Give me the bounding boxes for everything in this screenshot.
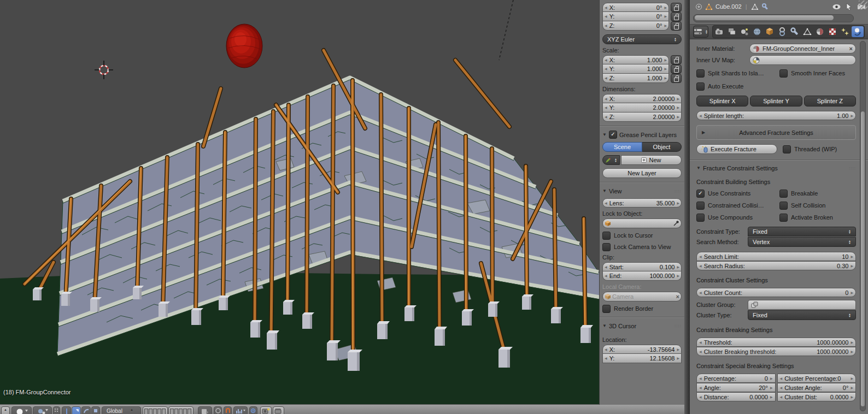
search-method-dropdown[interactable]: Vertex▲▼ xyxy=(748,237,856,247)
grease-pencil-panel-header[interactable]: ▼ ✓ Grease Pencil Layers xyxy=(602,131,682,139)
splinter-y-button[interactable]: Splinter Y xyxy=(750,96,802,107)
3d-viewport-editor[interactable]: (18) FM-GroupConnector ▲ xyxy=(0,0,690,414)
outliner-hscrollbar[interactable] xyxy=(693,14,854,22)
threaded-checkbox[interactable] xyxy=(783,145,791,153)
constrained-collision-checkbox[interactable] xyxy=(696,202,705,210)
render-border-checkbox[interactable] xyxy=(602,305,611,313)
selectable-cursor-icon[interactable] xyxy=(846,3,852,10)
scale-x-field[interactable]: ◀X:1.000▶ xyxy=(602,55,669,64)
lock-to-cursor-row[interactable]: Lock to Cursor xyxy=(602,231,682,240)
lock-icon[interactable] xyxy=(671,74,682,83)
threshold-slider[interactable]: ◀Threshold:1000.00000▶ xyxy=(696,338,856,347)
clip-start-field[interactable]: ◀Start:0.100▶ xyxy=(602,262,682,271)
fracture-constraint-panel-header[interactable]: ▼Fracture Constraint Settings:::: xyxy=(696,164,856,172)
execute-fracture-button[interactable]: Execute Fracture xyxy=(696,144,777,154)
constraint-type-dropdown[interactable]: Fixed▲▼ xyxy=(748,227,856,236)
tab-data[interactable] xyxy=(801,26,813,37)
scale-y-field[interactable]: ◀Y:1.000▶ xyxy=(602,64,669,74)
tab-constraints[interactable] xyxy=(776,26,788,37)
editor-divider[interactable] xyxy=(684,0,690,414)
distance-slider[interactable]: ◀Distance:0.0000▶ xyxy=(696,392,776,401)
angle-slider[interactable]: ◀Angle:20°▶ xyxy=(696,383,776,392)
manipulator-scale-icon[interactable] xyxy=(91,406,100,414)
manipulator-active-icon[interactable] xyxy=(72,406,81,414)
properties-editor-type-button[interactable]: ▲▼ xyxy=(693,26,708,38)
percentage-slider[interactable]: ◀Percentage:0▶ xyxy=(696,374,776,383)
dimensions-x-field[interactable]: ◀X:2.00000▶ xyxy=(602,94,682,103)
use-constraints-checkbox[interactable]: ✓ xyxy=(696,190,705,198)
cluster-percentage-slider[interactable]: ◀Cluster Percentage:0▶ xyxy=(777,374,857,383)
render-histogram-icon[interactable] xyxy=(233,406,248,414)
use-compounds-row[interactable]: Use Compounds xyxy=(696,213,778,222)
auto-execute-checkbox[interactable] xyxy=(696,82,705,91)
tab-scene[interactable] xyxy=(738,26,750,37)
expand-icon[interactable] xyxy=(695,3,702,10)
tab-texture[interactable] xyxy=(826,26,838,37)
self-collision-row[interactable]: Self Collision xyxy=(779,201,856,210)
snap-magnet-icon[interactable] xyxy=(224,406,232,414)
viewport-shading-button[interactable] xyxy=(11,406,32,414)
activate-broken-row[interactable]: Activate Broken xyxy=(779,213,856,222)
inner-material-field[interactable]: FM-GroupConnector_Inner × xyxy=(749,44,856,54)
visibility-eye-icon[interactable] xyxy=(832,4,841,10)
smooth-inner-row[interactable]: Smooth Inner Faces xyxy=(779,69,856,78)
use-constraints-row[interactable]: ✓Use Constraints xyxy=(696,189,778,198)
grease-pencil-checkbox[interactable]: ✓ xyxy=(609,131,617,139)
snap-grid-icon[interactable] xyxy=(53,406,60,414)
splinter-length-slider[interactable]: ◀Splinter length:1.00▶ xyxy=(696,111,856,120)
lock-to-scene-button[interactable] xyxy=(198,406,212,414)
breakable-checkbox[interactable] xyxy=(779,190,788,198)
lens-field[interactable]: ◀Lens:35.000▶ xyxy=(602,198,682,208)
tab-render[interactable] xyxy=(713,26,725,37)
advanced-fracture-settings[interactable]: ▶Advanced Fracture Settings xyxy=(696,125,856,140)
tab-object[interactable]: Object xyxy=(642,142,682,152)
cluster-dist-slider[interactable]: ◀Cluster Dist:0.0000▶ xyxy=(777,392,857,401)
cluster-count-slider[interactable]: ◀Cluster Count:0▶ xyxy=(696,288,856,297)
outliner-row[interactable]: Cube.002 | xyxy=(690,0,868,12)
cluster-group-field[interactable] xyxy=(748,300,856,310)
cluster-breaking-threshold-slider[interactable]: ◀Cluster Breaking threshold:1000.00000▶ xyxy=(696,347,856,356)
grease-pencil-brush-button[interactable]: ▲▼ xyxy=(602,155,620,165)
outliner-item-name[interactable]: Cube.002 xyxy=(715,3,742,10)
manipulator-rotate-icon[interactable] xyxy=(81,406,91,414)
tab-object[interactable] xyxy=(764,26,776,37)
lock-camera-to-view-row[interactable]: Lock Camera to View xyxy=(602,243,682,251)
auto-execute-row[interactable]: Auto Execute xyxy=(696,82,856,91)
split-shards-row[interactable]: Split Shards to Isla… xyxy=(696,69,778,78)
dimensions-y-field[interactable]: ◀Y:2.00000▶ xyxy=(602,103,682,113)
search-limit-slider[interactable]: ◀Search Limit:10▶ xyxy=(696,252,856,261)
tab-world[interactable] xyxy=(751,26,763,37)
lock-to-object-field[interactable] xyxy=(602,218,682,228)
clear-icon[interactable]: × xyxy=(849,45,853,52)
use-compounds-checkbox[interactable] xyxy=(696,214,705,222)
cluster-type-dropdown[interactable]: Fixed▲▼ xyxy=(748,310,856,320)
tab-physics[interactable] xyxy=(852,26,864,37)
zoom-camera-icon[interactable] xyxy=(249,406,257,414)
render-border-row[interactable]: Render Border xyxy=(602,304,682,313)
split-shards-checkbox[interactable] xyxy=(696,69,705,78)
lock-icon[interactable] xyxy=(671,12,682,21)
view-panel-header[interactable]: ▼View:::: xyxy=(602,187,682,195)
3d-scene-canvas[interactable] xyxy=(0,0,690,405)
pivot-point-button[interactable] xyxy=(33,406,52,414)
breakable-row[interactable]: Breakable xyxy=(779,189,856,198)
cursor-x-field[interactable]: ◀X:-13.75664▶ xyxy=(602,345,682,354)
render-animation-button[interactable] xyxy=(273,406,284,414)
lock-icon[interactable] xyxy=(671,21,682,31)
grease-pencil-new-button[interactable]: New xyxy=(621,155,682,165)
rotation-z-field[interactable]: ◀Z:0°▶ xyxy=(602,21,669,31)
self-collision-checkbox[interactable] xyxy=(779,202,788,210)
clear-icon[interactable]: × xyxy=(676,293,679,300)
editor-type-button[interactable]: ▲ xyxy=(1,406,10,414)
tab-particles[interactable] xyxy=(839,26,851,37)
cluster-angle-slider[interactable]: ◀Cluster Angle:0°▶ xyxy=(777,383,857,392)
rotation-y-field[interactable]: ◀Y:0°▶ xyxy=(602,12,669,21)
layer-buttons-group-1[interactable] xyxy=(143,406,168,414)
tab-scene[interactable]: Scene xyxy=(602,142,642,152)
lock-camera-checkbox[interactable] xyxy=(602,243,611,251)
cursor3d-panel-header[interactable]: ▼3D Cursor:::: xyxy=(602,322,682,330)
smooth-inner-checkbox[interactable] xyxy=(779,69,788,78)
scale-z-field[interactable]: ◀Z:1.000▶ xyxy=(602,74,669,83)
properties-vscrollbar[interactable] xyxy=(860,41,866,411)
rotation-mode-dropdown[interactable]: XYZ Euler▲▼ xyxy=(602,34,682,44)
